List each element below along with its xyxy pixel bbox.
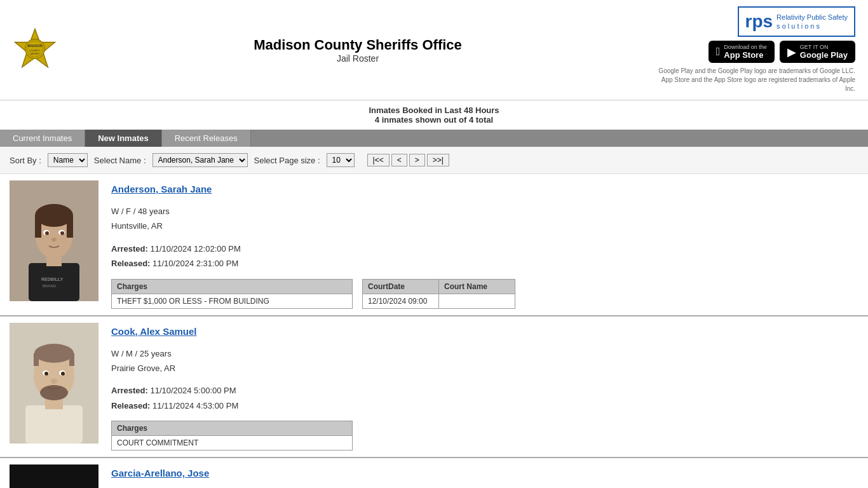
charges-header: Charges [112,279,353,294]
inmate-dates: Arrested: 11/10/2024 12:02:00 PM Release… [111,241,858,271]
agency-logo: MADISON COUNTY SHERIFF [13,27,64,73]
svg-point-18 [60,231,64,235]
sort-select[interactable]: Name [48,153,88,167]
svg-text:REDBILLY: REDBILLY [41,277,64,281]
tab-recent-releases[interactable]: Recent Releases [162,130,251,147]
page-size-label: Select Page size : [254,156,320,165]
svg-point-24 [34,344,74,363]
court-table: CourtDate Court Name 12/10/2024 09:00 [362,279,515,309]
svg-rect-26 [69,353,74,366]
released-date: 11/11/2024 4:53:00 PM [153,401,238,410]
page-size-select[interactable]: 10 [327,153,355,167]
inmate-race-gender-age: W / M / 25 years [111,346,858,361]
inmate-details: Anderson, Sarah Jane W / F / 48 years Hu… [111,180,858,309]
list-controls: Sort By : Name Select Name : Anderson, S… [0,147,868,174]
tab-new-inmates[interactable]: New Inmates [85,130,161,147]
inmate-photo [10,464,98,488]
inmate-photo [10,323,98,444]
arrested-label: Arrested: [111,386,148,395]
inmates-summary: Inmates Booked in Last 48 Hours 4 inmate… [0,100,868,130]
svg-point-17 [45,231,49,235]
arrested-row: Arrested: 11/10/2024 12:02:00 PM [111,241,858,256]
svg-point-32 [51,379,57,384]
google-play-icon: ▶ [787,45,796,59]
inmate-details: Cook, Alex Samuel W / M / 25 years Prair… [111,323,858,451]
charge-item: COURT COMMITMENT [112,436,353,451]
mugshot-svg [10,464,98,488]
rps-logo: rps Relativity Public Safety s o l u t i… [738,6,855,37]
inmate-record: Garcia-Arellano, Jose U / M / 29 years S… [0,458,868,488]
svg-text:COUNTY: COUNTY [29,49,41,52]
svg-point-29 [44,372,48,376]
charges-header: Charges [112,421,353,436]
header-title-area: Madison County Sheriffs Office Jail Rost… [64,37,652,64]
rps-company-name: Relativity Public Safety s o l u t i o n… [776,13,848,31]
tab-current-inmates[interactable]: Current Inmates [0,130,85,147]
google-play-main-label: Google Play [800,50,848,60]
app-store-button[interactable]:  Download on the App Store [709,41,775,63]
inmate-location: Prairie Grove, AR [111,361,858,376]
app-store-sub-label: Download on the [724,44,767,50]
inmate-location: Huntsville, AR [111,219,858,233]
released-label: Released: [111,259,150,268]
charge-item: THEFT $1,000 OR LESS - FROM BUILDING [112,294,353,308]
released-date: 11/10/2024 2:31:00 PM [153,259,238,268]
header-right-area: rps Relativity Public Safety s o l u t i… [652,6,855,93]
google-play-button[interactable]: ▶ GET IT ON Google Play [780,41,855,63]
summary-line2: 4 inmates shown out of 4 total [13,115,855,125]
page-header: MADISON COUNTY SHERIFF Madison County Sh… [0,0,868,100]
charges-table: Charges COURT COMMITMENT [111,421,353,451]
released-row: Released: 11/10/2024 2:31:00 PM [111,256,858,271]
released-label: Released: [111,401,150,410]
inmate-name[interactable]: Cook, Alex Samuel [111,326,858,337]
app-store-main-label: App Store [724,50,767,60]
svg-rect-21 [25,405,83,444]
svg-text:MADISON: MADISON [27,44,43,48]
svg-text:BRAND: BRAND [43,284,57,288]
court-date-header: CourtDate [363,279,439,294]
arrested-label: Arrested: [111,244,148,254]
mugshot-svg [10,323,98,444]
summary-line1: Inmates Booked in Last 48 Hours [13,105,855,115]
svg-text:SHERIFF: SHERIFF [31,53,40,55]
inmate-details: Garcia-Arellano, Jose U / M / 29 years S… [111,464,858,488]
inmate-record: Cook, Alex Samuel W / M / 25 years Prair… [0,316,868,459]
name-select[interactable]: Anderson, Sarah Jane [153,153,248,167]
apple-icon:  [716,45,721,58]
inmate-name[interactable]: Anderson, Sarah Jane [111,184,858,194]
star-badge-icon: MADISON COUNTY SHERIFF [13,27,57,71]
svg-rect-25 [34,353,39,366]
svg-rect-33 [10,464,98,488]
inmate-name[interactable]: Garcia-Arellano, Jose [111,468,858,478]
next-page-button[interactable]: > [409,154,425,166]
inmate-photo: REDBILLY BRAND [10,180,98,301]
inmate-info: W / F / 48 years Huntsville, AR [111,204,858,234]
navigation-tabs: Current Inmates New Inmates Recent Relea… [0,130,868,147]
prev-page-button[interactable]: < [391,154,407,166]
inmate-race-gender-age: W / F / 48 years [111,204,858,219]
inmate-dates: Arrested: 11/10/2024 5:00:00 PM Released… [111,383,858,413]
arrested-date: 11/10/2024 12:02:00 PM [150,244,240,254]
svg-point-19 [51,238,57,241]
sort-label: Sort By : [10,156,41,165]
svg-point-30 [61,372,65,376]
arrested-date: 11/10/2024 5:00:00 PM [150,386,236,395]
court-date-value: 12/10/2024 09:00 [363,294,439,308]
charges-section: Charges COURT COMMITMENT [111,421,858,451]
name-label: Select Name : [94,156,146,165]
charges-row: Charges THEFT $1,000 OR LESS - FROM BUIL… [111,279,858,309]
rps-logo-text: rps [745,11,773,32]
trademark-text: Google Play and the Google Play logo are… [652,67,855,93]
svg-rect-14 [67,215,73,238]
svg-rect-7 [29,263,79,301]
roster-subtitle: Jail Roster [64,53,652,64]
first-page-button[interactable]: |<< [367,154,390,166]
last-page-button[interactable]: >>| [427,154,449,166]
agency-title: Madison County Sheriffs Office [64,37,652,53]
svg-point-31 [40,385,68,400]
charges-table: Charges THEFT $1,000 OR LESS - FROM BUIL… [111,279,353,309]
app-download-buttons:  Download on the App Store ▶ GET IT ON … [709,41,855,63]
released-row: Released: 11/11/2024 4:53:00 PM [111,398,858,413]
google-play-sub-label: GET IT ON [800,44,848,50]
charges-section: Charges THEFT $1,000 OR LESS - FROM BUIL… [111,279,858,309]
